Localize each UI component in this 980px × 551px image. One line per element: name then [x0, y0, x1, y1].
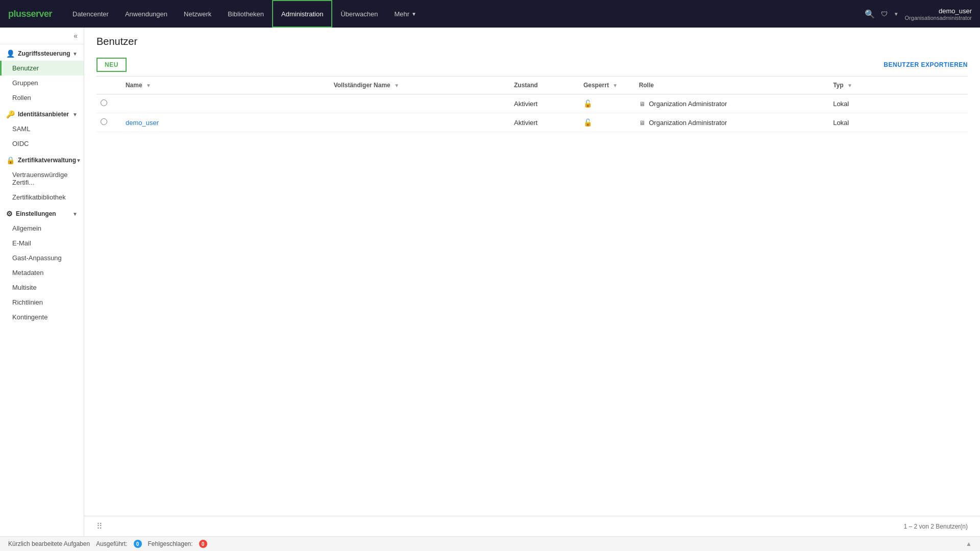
locked-filter-icon[interactable]: ▼ [612, 83, 618, 88]
row1-status: Aktiviert [510, 94, 579, 113]
sidebar-item-kontingente[interactable]: Kontingente [0, 310, 84, 324]
row1-radio[interactable] [101, 99, 107, 106]
sidebar-section-einstellungen[interactable]: ⚙ Einstellungen ▼ [0, 205, 84, 221]
failed-badge: 0 [199, 540, 207, 548]
pagination-info: 1 – 2 von 2 Benutzer(n) [904, 523, 968, 530]
row2-fullname [330, 113, 510, 132]
table-row: Aktiviert 🔓 🖥 Organization Administrator… [96, 94, 968, 113]
identitaetsanbieter-icon: 🔑 [6, 110, 15, 118]
export-button[interactable]: BENUTZER EXPORTIEREN [884, 61, 968, 68]
new-button[interactable]: NEU [96, 58, 127, 72]
row2-type: Lokal [829, 113, 968, 132]
row2-role: 🖥 Organization Administrator [635, 113, 829, 132]
row1-role: 🖥 Organization Administrator [635, 94, 829, 113]
sidebar-item-oidc[interactable]: OIDC [0, 136, 84, 151]
sidebar-collapse: « [0, 28, 84, 44]
identitaetsanbieter-chevron-icon: ▼ [72, 112, 78, 117]
row1-role-icon: 🖥 [639, 101, 645, 108]
row2-lock-icon: 🔓 [583, 118, 592, 127]
th-name: Name ▼ [121, 77, 330, 94]
status-label: Kürzlich bearbeitete Aufgaben [8, 540, 90, 547]
executed-badge: 0 [134, 540, 142, 548]
table-row: demo_user Aktiviert 🔓 🖥 Organization Adm… [96, 113, 968, 132]
nav-item-anwendungen[interactable]: Anwendungen [117, 0, 176, 28]
row1-lock-icon: 🔓 [583, 99, 592, 108]
nav-shield-icon[interactable]: 🛡 [881, 10, 888, 18]
th-locked: Gesperrt ▼ [579, 77, 635, 94]
row1-type: Lokal [829, 94, 968, 113]
table-header-row: Name ▼ Vollständiger Name ▼ Zustand Gesp… [96, 77, 968, 94]
nav-item-administration[interactable]: Administration [272, 0, 332, 28]
users-table: Name ▼ Vollständiger Name ▼ Zustand Gesp… [96, 76, 968, 132]
sidebar-item-multisite[interactable]: Multisite [0, 280, 84, 295]
page-header: Benutzer [84, 28, 980, 54]
sidebar-item-rollen[interactable]: Rollen [0, 90, 84, 105]
toolbar: NEU BENUTZER EXPORTIEREN [84, 54, 980, 76]
nav-item-ueberwachen[interactable]: Überwachen [332, 0, 386, 28]
collapse-button[interactable]: « [74, 32, 78, 40]
sidebar-item-zertifikatbibliothek[interactable]: Zertifikatbibliothek [0, 190, 84, 205]
demo-user-link[interactable]: demo_user [126, 119, 159, 127]
sidebar: « 👤 Zugriffssteuerung ▼ Benutzer Gruppen… [0, 28, 84, 536]
sidebar-section-identitaetsanbieter[interactable]: 🔑 Identitätsanbieter ▼ [0, 105, 84, 121]
sidebar-item-saml[interactable]: SAML [0, 121, 84, 136]
zugriffssteuerung-label: Zugriffssteuerung [18, 50, 70, 57]
nav-item-mehr[interactable]: Mehr ▼ [386, 0, 425, 28]
failed-label: Fehlgeschlagen: [148, 540, 193, 547]
row2-status: Aktiviert [510, 113, 579, 132]
zertifikatverwaltung-chevron-icon: ▼ [76, 158, 81, 163]
einstellungen-icon: ⚙ [6, 210, 13, 218]
sidebar-item-richtlinien[interactable]: Richtlinien [0, 295, 84, 310]
zertifikatverwaltung-label: Zertifikatverwaltung [18, 157, 76, 164]
row1-checkbox-cell [96, 94, 121, 113]
row2-name: demo_user [121, 113, 330, 132]
th-role: Rolle [635, 77, 829, 94]
chevron-up-icon[interactable]: ▲ [966, 540, 972, 547]
sidebar-item-allgemein[interactable]: Allgemein [0, 221, 84, 236]
username: demo_user [905, 7, 972, 15]
zugriffssteuerung-chevron-icon: ▼ [72, 51, 78, 57]
page-title: Benutzer [96, 36, 968, 47]
status-bar: Kürzlich bearbeitete Aufgaben Ausgeführt… [0, 536, 980, 551]
nav-item-datacenter[interactable]: Datencenter [64, 0, 117, 28]
th-type: Typ ▼ [829, 77, 968, 94]
chevron-down-icon: ▼ [894, 11, 899, 17]
sidebar-section-zugriffssteuerung[interactable]: 👤 Zugriffssteuerung ▼ [0, 44, 84, 61]
user-role: Organisationsadministrator [905, 15, 972, 21]
th-checkbox [96, 77, 121, 94]
nav-item-bibliotheken[interactable]: Bibliotheken [219, 0, 272, 28]
sidebar-section-zertifikatverwaltung[interactable]: 🔒 Zertifikatverwaltung ▼ [0, 151, 84, 167]
sidebar-item-vertrauenswuerdige[interactable]: Vertrauenswürdige Zertifi... [0, 167, 84, 190]
search-icon[interactable]: 🔍 [865, 9, 875, 19]
resize-handle-icon[interactable]: ⠿ [96, 521, 103, 531]
einstellungen-label: Einstellungen [16, 210, 56, 217]
sidebar-item-email[interactable]: E-Mail [0, 236, 84, 251]
top-navigation: plusserver Datencenter Anwendungen Netzw… [0, 0, 980, 28]
name-filter-icon[interactable]: ▼ [146, 83, 151, 88]
row2-checkbox-cell [96, 113, 121, 132]
type-filter-icon[interactable]: ▼ [847, 83, 852, 88]
nav-item-netzwerk[interactable]: Netzwerk [176, 0, 219, 28]
zugriffssteuerung-icon: 👤 [6, 49, 15, 58]
logo: plusserver [8, 9, 52, 19]
th-fullname: Vollständiger Name ▼ [330, 77, 510, 94]
row2-locked: 🔓 [579, 113, 635, 132]
user-info[interactable]: demo_user Organisationsadministrator [905, 7, 972, 21]
identitaetsanbieter-label: Identitätsanbieter [18, 111, 69, 118]
nav-items: Datencenter Anwendungen Netzwerk Bibliot… [64, 0, 865, 28]
executed-label: Ausgeführt: [96, 540, 127, 547]
row2-role-icon: 🖥 [639, 119, 645, 127]
mehr-chevron-icon: ▼ [411, 11, 416, 17]
table-footer: ⠿ 1 – 2 von 2 Benutzer(n) [84, 516, 980, 536]
main-layout: « 👤 Zugriffssteuerung ▼ Benutzer Gruppen… [0, 28, 980, 536]
row1-locked: 🔓 [579, 94, 635, 113]
sidebar-item-metadaten[interactable]: Metadaten [0, 265, 84, 280]
sidebar-item-gast-anpassung[interactable]: Gast-Anpassung [0, 251, 84, 265]
row2-radio[interactable] [101, 118, 107, 125]
sidebar-item-gruppen[interactable]: Gruppen [0, 76, 84, 90]
table-container: Name ▼ Vollständiger Name ▼ Zustand Gesp… [84, 76, 980, 516]
fullname-filter-icon[interactable]: ▼ [394, 83, 399, 88]
sidebar-item-benutzer[interactable]: Benutzer [0, 61, 84, 76]
main-content: Benutzer NEU BENUTZER EXPORTIEREN Name ▼… [84, 28, 980, 536]
row1-name [121, 94, 330, 113]
